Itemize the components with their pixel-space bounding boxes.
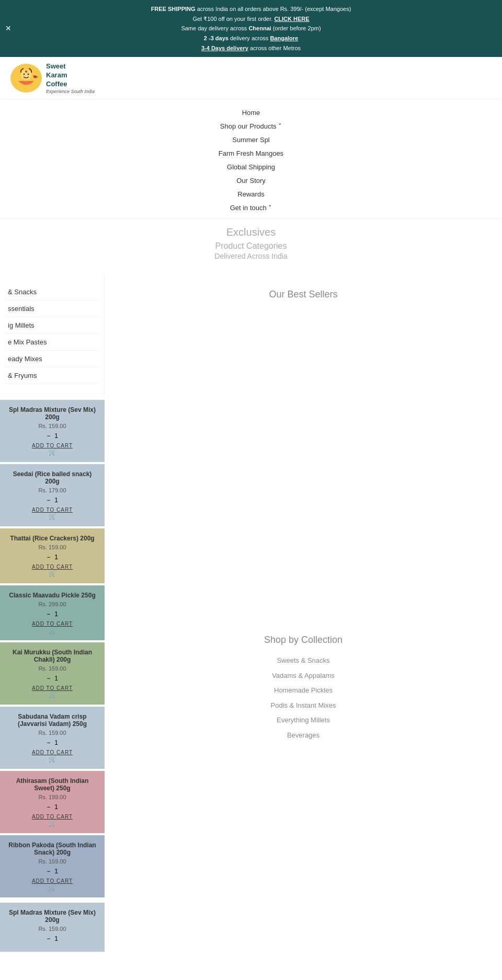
collection-item-0[interactable]: Sweets & Snacks <box>126 653 481 668</box>
discount-text: Get ₹100 off on your first order. <box>192 16 272 22</box>
add-to-cart-btn-5[interactable]: ADD TO CART <box>5 750 99 755</box>
qty-minus-2[interactable]: − <box>47 554 50 561</box>
cart-icon-6: 🛒 <box>5 820 99 827</box>
qty-minus-3[interactable]: − <box>47 610 50 618</box>
product-list: Spl Madras Mixture (Sev Mix) 200g Rs. 15… <box>0 400 105 897</box>
svg-point-2 <box>24 73 25 75</box>
add-to-cart-btn-7[interactable]: ADD TO CART <box>5 878 99 884</box>
collection-item-5[interactable]: Beverages <box>126 728 481 743</box>
qty-minus-0[interactable]: − <box>47 432 50 440</box>
banner-close[interactable]: ✕ <box>5 22 12 35</box>
cart-icon-1: 🛒 <box>5 513 99 520</box>
add-to-cart-btn-2[interactable]: ADD TO CART <box>5 564 99 570</box>
bottom-qty-minus[interactable]: − <box>47 935 50 942</box>
product-price-4: Rs. 159.00 <box>5 665 99 672</box>
product-name-3: Classic Maavadu Pickle 250g <box>5 592 99 599</box>
product-name-0: Spl Madras Mixture (Sev Mix) 200g <box>5 406 99 421</box>
nav-get-in-touch[interactable]: Get in touch ˅ <box>0 201 502 215</box>
qty-minus-4[interactable]: − <box>47 675 50 682</box>
main-content: & Snacks ssentials ig Millets e Mix Past… <box>0 273 502 954</box>
nav-shop-products[interactable]: Shop our Products ˅ <box>0 120 502 133</box>
qty-value-2: 1 <box>54 554 58 561</box>
sidebar-item-snacks[interactable]: & Snacks <box>5 284 99 301</box>
cart-icon-0: 🛒 <box>5 448 99 456</box>
cart-icon-2: 🛒 <box>5 570 99 577</box>
product-categories-title: Product Categories <box>10 241 492 251</box>
exclusives-title: Exclusives <box>10 226 492 238</box>
product-name-2: Thattai (Rice Crackers) 200g <box>5 535 99 542</box>
banner-line1-suffix: across India on all orders above Rs. 399… <box>197 6 351 12</box>
cart-icon-7: 🛒 <box>5 884 99 891</box>
product-card-0: Spl Madras Mixture (Sev Mix) 200g Rs. 15… <box>0 400 105 462</box>
product-name-6: Athirasam (South Indian Sweet) 250g <box>5 777 99 792</box>
collection-item-2[interactable]: Homemade Pickles <box>126 683 481 698</box>
bottom-product-card: Spl Madras Mixture (Sev Mix) 200g Rs. 15… <box>0 903 105 952</box>
product-card-2: Thattai (Rice Crackers) 200g Rs. 159.00 … <box>0 528 105 583</box>
collection-item-4[interactable]: Everything Millets <box>126 713 481 728</box>
product-name-7: Ribbon Pakoda (South Indian Snack) 200g <box>5 841 99 856</box>
delivered-across-india: Delivered Across India <box>10 252 492 260</box>
sidebar-item-fryums[interactable]: & Fryums <box>5 367 99 384</box>
brand-tagline: Experience South India <box>46 89 95 94</box>
product-price-0: Rs. 159.00 <box>5 423 99 429</box>
free-shipping-text: FREE SHIPPING <box>151 6 196 12</box>
product-price-6: Rs. 199.00 <box>5 794 99 800</box>
nav-summer-spl[interactable]: Summer Spl <box>0 133 502 147</box>
nav-our-story[interactable]: Our Story <box>0 174 502 188</box>
logo-area[interactable]: Sweet Karam Coffee Experience South Indi… <box>10 62 95 94</box>
click-here-link[interactable]: CLICK HERE <box>274 16 309 22</box>
svg-point-4 <box>25 71 27 73</box>
nav-global-shipping[interactable]: Global Shipping <box>0 160 502 174</box>
cart-icon-5: 🛒 <box>5 755 99 763</box>
product-card-4: Kai Murukku (South Indian Chakli) 200g R… <box>0 642 105 705</box>
qty-value-1: 1 <box>54 497 58 504</box>
product-card-3: Classic Maavadu Pickle 250g Rs. 299.00 −… <box>0 585 105 640</box>
add-to-cart-btn-4[interactable]: ADD TO CART <box>5 685 99 691</box>
nav-rewards[interactable]: Rewards <box>0 188 502 201</box>
chennai-text: Chennai <box>248 25 271 31</box>
qty-value-7: 1 <box>54 868 58 875</box>
cart-icon-3: 🛒 <box>5 627 99 634</box>
add-to-cart-btn-1[interactable]: ADD TO CART <box>5 507 99 513</box>
qty-value-4: 1 <box>54 675 58 682</box>
sidebar-item-ready-mixes[interactable]: eady Mixes <box>5 351 99 367</box>
product-card-7: Ribbon Pakoda (South Indian Snack) 200g … <box>0 835 105 897</box>
product-card-6: Athirasam (South Indian Sweet) 250g Rs. … <box>0 771 105 833</box>
qty-minus-6[interactable]: − <box>47 803 50 811</box>
qty-value-3: 1 <box>54 610 58 618</box>
product-price-1: Rs. 179.00 <box>5 487 99 493</box>
best-sellers-title: Our Best Sellers <box>115 289 492 300</box>
nav-farm-fresh[interactable]: Farm Fresh Mangoes <box>0 147 502 160</box>
sidebar-item-mix-pastes[interactable]: e Mix Pastes <box>5 334 99 351</box>
other-metros-text: across other Metros <box>250 45 301 51</box>
qty-value-5: 1 <box>54 739 58 746</box>
2-3-days-text: 2 -3 days <box>204 35 229 41</box>
svg-point-3 <box>28 73 29 75</box>
left-panel: & Snacks ssentials ig Millets e Mix Past… <box>0 273 105 954</box>
add-to-cart-btn-0[interactable]: ADD TO CART <box>5 443 99 448</box>
categories-section-header: Exclusives Product Categories Delivered … <box>0 218 502 273</box>
collection-item-3[interactable]: Podis & Instant Mixes <box>126 698 481 713</box>
product-price-5: Rs. 159.00 <box>5 730 99 736</box>
product-card-5: Sabudana Vadam crisp (Javvarisi Vadam) 2… <box>0 707 105 769</box>
product-price-3: Rs. 299.00 <box>5 601 99 607</box>
bottom-product-name: Spl Madras Mixture (Sev Mix) 200g <box>5 909 99 924</box>
before-2pm-text: (order before 2pm) <box>271 25 321 31</box>
qty-value-0: 1 <box>54 432 58 440</box>
sidebar-item-millets[interactable]: ig Millets <box>5 317 99 334</box>
qty-minus-7[interactable]: − <box>47 868 50 875</box>
qty-minus-1[interactable]: − <box>47 497 50 504</box>
add-to-cart-btn-3[interactable]: ADD TO CART <box>5 621 99 627</box>
cart-icon-4: 🛒 <box>5 691 99 698</box>
header: Sweet Karam Coffee Experience South Indi… <box>0 57 502 100</box>
sidebar-item-essentials[interactable]: ssentials <box>5 301 99 317</box>
logo-icon <box>10 64 42 93</box>
same-day-text: Same day delivery across <box>181 25 248 31</box>
nav-home[interactable]: Home <box>0 106 502 120</box>
qty-minus-5[interactable]: − <box>47 739 50 746</box>
collection-item-1[interactable]: Vadams & Appalams <box>126 668 481 684</box>
3-4-days-text: 3-4 Days delivery <box>201 45 248 51</box>
bottom-qty-value: 1 <box>54 935 58 942</box>
add-to-cart-btn-6[interactable]: ADD TO CART <box>5 814 99 820</box>
top-banner: ✕ FREE SHIPPING across India on all orde… <box>0 0 502 57</box>
